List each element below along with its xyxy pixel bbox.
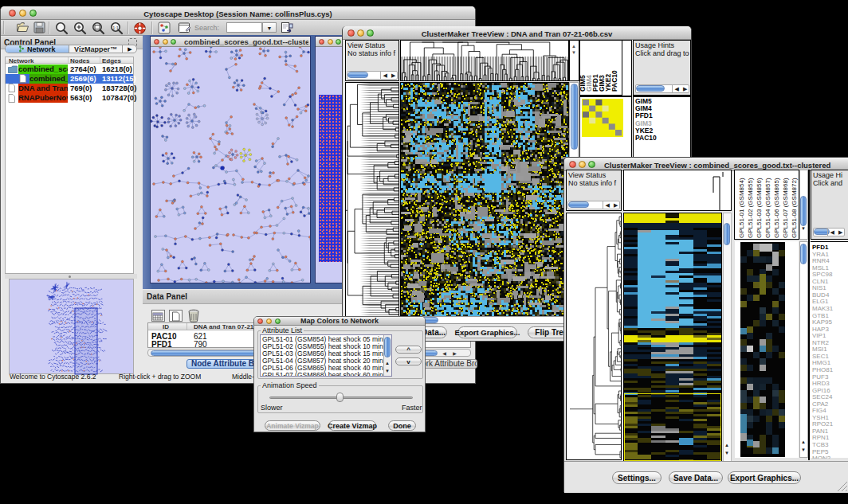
- svg-text:GPL51-02 (GSM855): GPL51-02 (GSM855): [747, 178, 754, 238]
- svg-text:GPL51-03 (GSM856): GPL51-03 (GSM856): [756, 178, 763, 238]
- svg-text:MON2: MON2: [812, 455, 831, 459]
- svg-text:GPL51-04 (GSM857): GPL51-04 (GSM857): [764, 178, 771, 238]
- svg-text:GPL51-08 (GSM872): GPL51-08 (GSM872): [791, 178, 798, 238]
- svg-text:1:1: 1:1: [112, 25, 119, 30]
- svg-text:GPL51-06 (GSM865): GPL51-06 (GSM865): [773, 178, 780, 238]
- svg-text:GPL51-01 (GSM854): GPL51-01 (GSM854): [738, 178, 745, 238]
- svg-text:PAC10: PAC10: [610, 70, 618, 92]
- svg-text:GPL51-07 (GSM868): GPL51-07 (GSM868): [782, 178, 789, 238]
